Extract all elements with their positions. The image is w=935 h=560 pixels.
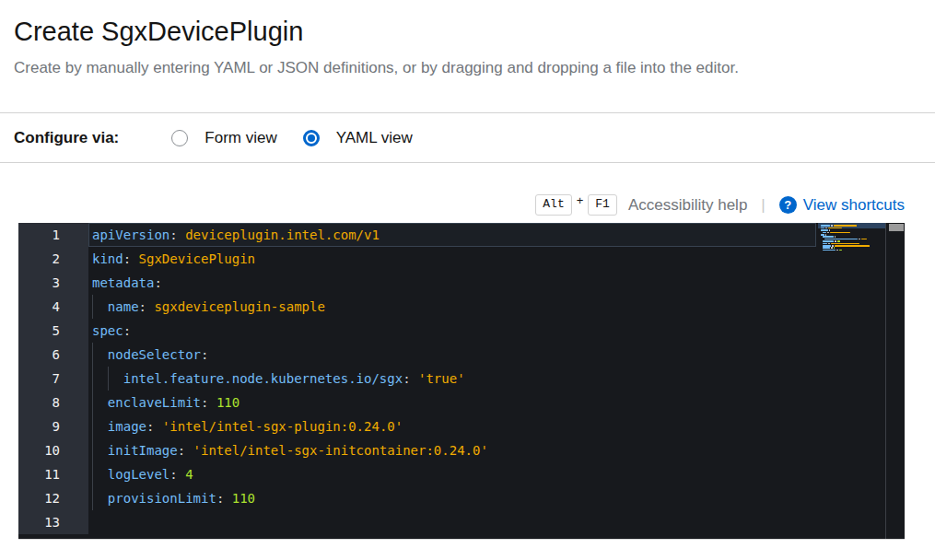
line-number[interactable]: 11 xyxy=(18,462,88,486)
accessibility-help-label: Accessibility help xyxy=(628,196,747,215)
form-view-label: Form view xyxy=(205,129,276,147)
page-title: Create SgxDevicePlugin xyxy=(14,16,920,48)
line-content[interactable]: enclaveLimit: 110 xyxy=(88,391,816,414)
editor-shortcut-bar: Alt + F1 Accessibility help | ? View sho… xyxy=(0,163,935,223)
minimap-content xyxy=(821,225,883,253)
minimap[interactable] xyxy=(818,223,886,539)
alt-key-badge: Alt xyxy=(535,194,571,216)
line-number[interactable]: 4 xyxy=(18,295,88,319)
indent-guide xyxy=(92,367,93,391)
create-sgxdeviceplugin-page: Create SgxDevicePlugin Create by manuall… xyxy=(0,0,935,540)
indent-guide xyxy=(92,343,93,367)
page-header: Create SgxDevicePlugin Create by manuall… xyxy=(0,0,935,112)
plus-separator: + xyxy=(577,193,584,207)
line-number[interactable]: 13 xyxy=(18,510,88,534)
line-number[interactable]: 9 xyxy=(18,414,88,438)
line-number[interactable]: 3 xyxy=(18,271,88,295)
view-shortcuts-link[interactable]: ? View shortcuts xyxy=(779,196,905,215)
yaml-view-radio-option[interactable]: YAML view xyxy=(303,129,413,147)
code-line-5[interactable]: 5spec: xyxy=(18,319,905,343)
indent-guide xyxy=(92,462,93,486)
scrollbar-slider[interactable] xyxy=(889,224,904,231)
configure-via-label: Configure via: xyxy=(14,129,119,147)
line-content[interactable]: intel.feature.node.kubernetes.io/sgx: 't… xyxy=(88,367,816,391)
help-circle-icon: ? xyxy=(779,196,797,214)
line-content[interactable]: nodeSelector: xyxy=(88,343,816,367)
line-content[interactable]: spec: xyxy=(88,319,816,343)
code-line-1[interactable]: 1apiVersion: deviceplugin.intel.com/v1 xyxy=(18,223,905,247)
f1-key-badge: F1 xyxy=(588,194,617,216)
code-line-2[interactable]: 2kind: SgxDevicePlugin xyxy=(18,247,905,271)
indent-guide xyxy=(92,438,93,462)
yaml-editor[interactable]: 1apiVersion: deviceplugin.intel.com/v12k… xyxy=(18,223,905,540)
line-content[interactable]: metadata: xyxy=(88,271,816,295)
code-line-10[interactable]: 10 initImage: 'intel/intel-sgx-initconta… xyxy=(18,438,905,462)
line-content[interactable]: name: sgxdeviceplugin-sample xyxy=(88,295,816,319)
indent-guide xyxy=(92,391,93,414)
editor-scrollbar[interactable] xyxy=(888,223,905,539)
minimap-line xyxy=(821,251,883,253)
line-number[interactable]: 1 xyxy=(18,223,88,247)
code-line-12[interactable]: 12 provisionLimit: 110 xyxy=(18,486,905,510)
line-content[interactable]: provisionLimit: 110 xyxy=(88,486,816,510)
line-number[interactable]: 7 xyxy=(18,367,88,391)
line-number[interactable]: 10 xyxy=(18,438,88,462)
indent-guide xyxy=(108,367,109,391)
code-line-6[interactable]: 6 nodeSelector: xyxy=(18,343,905,367)
line-number[interactable]: 8 xyxy=(18,391,88,414)
indent-guide xyxy=(92,295,93,319)
indent-guide xyxy=(92,486,93,510)
form-view-radio[interactable] xyxy=(171,130,188,146)
form-view-radio-option[interactable]: Form view xyxy=(171,129,276,147)
code-line-8[interactable]: 8 enclaveLimit: 110 xyxy=(18,391,905,414)
line-number[interactable]: 6 xyxy=(18,343,88,367)
code-line-13[interactable]: 13 xyxy=(18,510,905,534)
line-number[interactable]: 5 xyxy=(18,319,88,343)
line-content[interactable]: kind: SgxDevicePlugin xyxy=(88,247,816,271)
line-content[interactable]: logLevel: 4 xyxy=(88,462,816,486)
vertical-divider: | xyxy=(761,196,765,215)
yaml-view-label: YAML view xyxy=(336,129,413,147)
view-shortcuts-label: View shortcuts xyxy=(803,196,905,215)
code-line-3[interactable]: 3metadata: xyxy=(18,271,905,295)
code-line-4[interactable]: 4 name: sgxdeviceplugin-sample xyxy=(18,295,905,319)
code-line-9[interactable]: 9 image: 'intel/intel-sgx-plugin:0.24.0' xyxy=(18,414,905,438)
shortcut-bar-inner: Alt + F1 Accessibility help | ? View sho… xyxy=(535,194,905,216)
code-line-7[interactable]: 7 intel.feature.node.kubernetes.io/sgx: … xyxy=(18,367,905,391)
line-number[interactable]: 2 xyxy=(18,247,88,271)
indent-guide xyxy=(92,414,93,438)
yaml-view-radio[interactable] xyxy=(303,130,320,146)
line-number[interactable]: 12 xyxy=(18,486,88,510)
configure-via-bar: Configure via: Form view YAML view xyxy=(0,112,935,163)
line-content[interactable] xyxy=(88,510,816,534)
line-content[interactable]: apiVersion: deviceplugin.intel.com/v1 xyxy=(88,223,816,247)
page-subtitle: Create by manually entering YAML or JSON… xyxy=(14,58,920,78)
code-line-11[interactable]: 11 logLevel: 4 xyxy=(18,462,905,486)
line-content[interactable]: initImage: 'intel/intel-sgx-initcontaine… xyxy=(88,438,816,462)
editor-lines: 1apiVersion: deviceplugin.intel.com/v12k… xyxy=(18,223,905,534)
line-content[interactable]: image: 'intel/intel-sgx-plugin:0.24.0' xyxy=(88,414,816,438)
